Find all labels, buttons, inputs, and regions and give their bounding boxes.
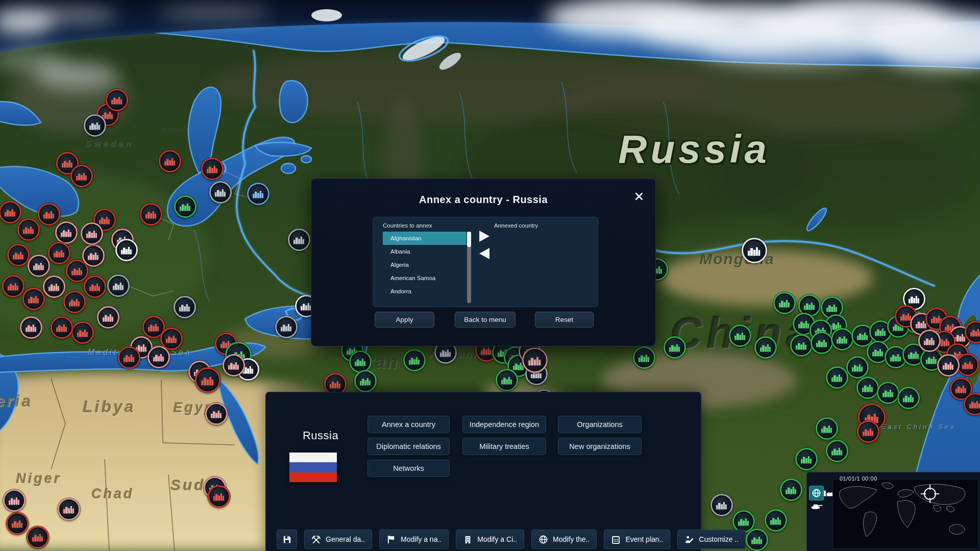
city-marker[interactable] [3, 489, 26, 512]
city-marker[interactable] [58, 498, 80, 520]
city-marker[interactable] [20, 316, 42, 339]
reset-button[interactable]: Reset [535, 312, 594, 328]
scrollbar-thumb[interactable] [467, 232, 471, 247]
city-marker[interactable] [496, 369, 518, 391]
city-marker[interactable] [195, 367, 220, 393]
city-marker[interactable] [826, 440, 848, 462]
close-icon[interactable] [630, 188, 648, 205]
apply-button[interactable]: Apply [375, 312, 434, 328]
city-marker[interactable] [754, 336, 777, 359]
military-treaties-button[interactable]: Military treaties [462, 438, 546, 455]
city-marker[interactable] [288, 229, 310, 251]
city-marker[interactable] [82, 244, 105, 267]
city-marker[interactable] [43, 276, 65, 298]
city-marker[interactable] [729, 324, 751, 347]
city-marker[interactable] [664, 336, 686, 359]
minimap-world[interactable] [832, 479, 978, 548]
save-button[interactable] [277, 530, 297, 549]
country-list-item[interactable]: Algeria [383, 258, 467, 271]
city-marker[interactable] [118, 346, 140, 369]
city-marker[interactable] [897, 387, 920, 409]
diplomatic-relations-button[interactable]: Diplomatic relations [368, 438, 450, 455]
city-marker[interactable] [816, 417, 838, 440]
city-marker[interactable] [633, 346, 655, 369]
city-marker[interactable] [208, 485, 230, 508]
back-to-menu-button[interactable]: Back to menu [455, 312, 516, 328]
modify-world-button[interactable]: Modify the.. [531, 530, 597, 549]
city-marker[interactable] [28, 255, 50, 277]
city-marker[interactable] [140, 203, 162, 226]
city-marker[interactable] [205, 403, 228, 425]
city-marker[interactable] [84, 114, 106, 137]
city-marker[interactable] [403, 349, 426, 371]
city-marker[interactable] [846, 356, 869, 379]
city-marker[interactable] [790, 334, 813, 357]
city-marker[interactable] [70, 165, 93, 187]
modify-city-button[interactable]: Modify a Ci.. [456, 530, 524, 549]
general-data-button[interactable]: General da.. [304, 530, 372, 549]
city-marker[interactable] [773, 292, 796, 314]
city-marker[interactable] [918, 330, 941, 352]
countries-scrollbar[interactable] [467, 232, 471, 303]
city-marker[interactable] [106, 89, 128, 111]
new-organizations-button[interactable]: New organizations [558, 438, 642, 455]
event-planner-button[interactable]: Event plan.. [604, 530, 670, 549]
city-marker[interactable] [811, 332, 833, 354]
city-marker[interactable] [115, 239, 138, 261]
city-marker[interactable] [710, 494, 733, 516]
city-marker[interactable] [223, 354, 245, 377]
minimap-globe-button[interactable] [809, 486, 824, 500]
move-left-button[interactable] [479, 248, 489, 259]
city-marker[interactable] [71, 321, 94, 344]
city-marker[interactable] [6, 512, 29, 535]
city-marker[interactable] [2, 275, 24, 297]
city-marker[interactable] [765, 509, 787, 532]
city-marker[interactable] [84, 276, 106, 298]
city-marker[interactable] [38, 203, 60, 226]
city-marker[interactable] [209, 181, 232, 204]
city-marker[interactable] [63, 291, 86, 313]
independence-region-button[interactable]: Independence region [462, 416, 546, 433]
modify-nation-button[interactable]: Modify a na.. [379, 530, 449, 549]
country-list-item[interactable]: Andorra [383, 285, 467, 298]
networks-button[interactable]: Networks [368, 460, 450, 477]
move-right-button[interactable] [479, 231, 489, 242]
city-marker[interactable] [957, 354, 979, 376]
city-marker[interactable] [780, 479, 802, 501]
city-marker[interactable] [275, 316, 298, 338]
city-marker[interactable] [354, 370, 377, 392]
city-marker[interactable] [877, 382, 899, 404]
city-marker[interactable] [81, 222, 103, 245]
city-marker[interactable] [174, 195, 197, 218]
country-list-item[interactable]: Albania [383, 245, 467, 258]
customize-button[interactable]: Customize .. [677, 530, 746, 549]
city-marker[interactable] [55, 221, 78, 244]
organizations-button[interactable]: Organizations [558, 416, 642, 433]
city-marker[interactable] [831, 328, 853, 350]
minimap-crosshair[interactable] [920, 484, 940, 504]
country-list-item[interactable]: American Samoa [383, 271, 467, 285]
annex-a-country-button[interactable]: Annex a country [368, 416, 450, 433]
city-marker[interactable] [48, 242, 70, 264]
city-marker[interactable] [17, 218, 40, 241]
city-marker[interactable] [7, 244, 30, 266]
city-marker[interactable] [742, 238, 767, 263]
city-marker[interactable] [159, 150, 181, 172]
city-marker[interactable] [0, 201, 21, 223]
country-list-item[interactable]: Afghanistan [383, 232, 467, 245]
city-marker[interactable] [856, 377, 879, 399]
city-marker[interactable] [148, 346, 170, 368]
city-marker[interactable] [97, 306, 119, 329]
tank-icon[interactable] [810, 502, 823, 509]
city-marker[interactable] [746, 529, 768, 551]
city-marker[interactable] [522, 347, 548, 373]
city-marker[interactable] [51, 316, 73, 339]
city-marker[interactable] [201, 158, 224, 180]
city-marker[interactable] [174, 296, 196, 318]
city-marker[interactable] [27, 526, 49, 548]
city-marker[interactable] [349, 350, 372, 373]
city-marker[interactable] [22, 288, 45, 310]
city-marker[interactable] [826, 366, 848, 389]
city-marker[interactable] [795, 448, 818, 470]
city-marker[interactable] [937, 354, 960, 377]
